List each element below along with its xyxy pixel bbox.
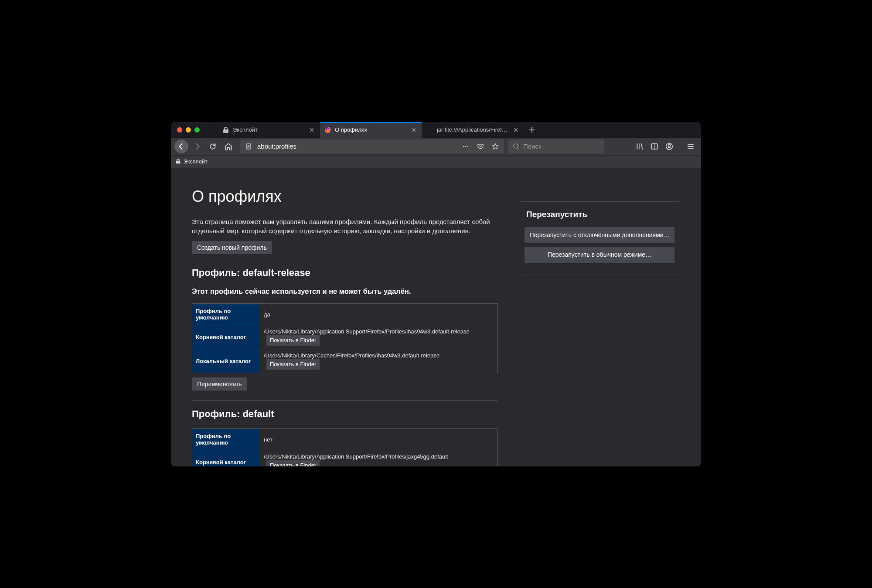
path-text: /Users/Nikita/Library/Application Suppor…: [264, 453, 448, 460]
tab-about-profiles[interactable]: О профилях: [320, 122, 422, 138]
close-tab-icon[interactable]: [512, 126, 519, 133]
row-label: Профиль по умолчанию: [192, 304, 260, 325]
path-text: /Users/Nikita/Library/Application Suppor…: [264, 328, 470, 335]
page-title: О профилях: [192, 187, 498, 206]
svg-point-2: [463, 146, 464, 147]
page-intro: Эта страница поможет вам управлять вашим…: [192, 217, 498, 236]
separator: [192, 400, 498, 401]
browser-window: Эксплойт О профилях jar:file:///Applicat…: [171, 122, 701, 466]
lock-icon: [222, 126, 229, 133]
table-row: Локальный каталог /Users/Nikita/Library/…: [192, 349, 498, 373]
row-value: /Users/Nikita/Library/Application Suppor…: [260, 450, 498, 466]
tab-bar: Эксплойт О профилях jar:file:///Applicat…: [171, 122, 701, 138]
table-row: Профиль по умолчанию да: [192, 304, 498, 325]
side-column: Перезапустить Перезапустить с отключённы…: [519, 201, 680, 275]
nav-toolbar: about:profiles Поиск: [171, 138, 701, 155]
blank-favicon: [426, 126, 433, 133]
home-button[interactable]: [221, 139, 235, 153]
account-icon[interactable]: [662, 139, 676, 153]
row-label: Профиль по умолчанию: [192, 429, 260, 450]
profile-in-use-text: Этот профиль сейчас используется и не мо…: [192, 287, 498, 296]
page-actions-icon[interactable]: [460, 140, 472, 153]
restart-normal-button[interactable]: Перезапустить в обычном режиме…: [525, 247, 674, 263]
svg-rect-6: [651, 143, 657, 149]
row-value: нет: [260, 429, 498, 450]
bookmarks-toolbar: Эксплойт: [171, 155, 701, 168]
show-in-finder-button[interactable]: Показать в Finder: [266, 335, 320, 346]
search-placeholder: Поиск: [523, 143, 542, 150]
profile-heading: Профиль: default: [192, 408, 498, 420]
restart-disabled-addons-button[interactable]: Перезапустить с отключёнными дополнениям…: [525, 227, 674, 244]
tab-exploit[interactable]: Эксплойт: [218, 122, 320, 138]
page-content: О профилях Эта страница поможет вам упра…: [171, 168, 701, 466]
back-button[interactable]: [174, 139, 188, 153]
minimize-window-button[interactable]: [186, 127, 191, 133]
toolbar-right: [633, 139, 698, 153]
close-tab-icon[interactable]: [308, 126, 315, 133]
library-icon[interactable]: [633, 139, 647, 153]
url-text: about:profiles: [257, 143, 457, 150]
row-label: Локальный каталог: [192, 349, 260, 373]
rename-button[interactable]: Переименовать: [192, 377, 247, 391]
search-icon: [513, 143, 520, 150]
pocket-icon[interactable]: [474, 140, 487, 153]
svg-point-5: [514, 144, 518, 148]
svg-point-4: [467, 146, 469, 147]
toolbar-divider: [680, 141, 680, 152]
path-text: /Users/Nikita/Library/Caches/Firefox/Pro…: [264, 352, 439, 359]
close-window-button[interactable]: [177, 127, 182, 133]
sidebar-icon[interactable]: [647, 139, 661, 153]
show-in-finder-button[interactable]: Показать в Finder: [266, 460, 320, 466]
url-bar[interactable]: about:profiles: [240, 139, 504, 153]
table-row: Корневой каталог /Users/Nikita/Library/A…: [192, 325, 498, 349]
show-in-finder-button[interactable]: Показать в Finder: [266, 359, 320, 370]
maximize-window-button[interactable]: [194, 127, 200, 133]
lock-icon: [175, 158, 181, 165]
window-controls: [171, 122, 218, 138]
create-profile-button[interactable]: Создать новый профиль: [192, 241, 272, 254]
row-label: Корневой каталог: [192, 450, 260, 466]
profile-table: Профиль по умолчанию да Корневой каталог…: [192, 303, 498, 373]
restart-title: Перезапустить: [525, 210, 674, 219]
hamburger-menu-icon[interactable]: [684, 139, 698, 153]
svg-point-8: [668, 144, 671, 146]
table-row: Корневой каталог /Users/Nikita/Library/A…: [192, 450, 498, 466]
firefox-icon: [324, 126, 331, 133]
identity-icon[interactable]: [242, 141, 255, 152]
main-column: О профилях Эта страница поможет вам упра…: [192, 187, 498, 466]
search-bar[interactable]: Поиск: [508, 139, 604, 153]
profile-table: Профиль по умолчанию нет Корневой катало…: [192, 428, 498, 466]
new-tab-button[interactable]: [524, 122, 540, 138]
tab-title: О профилях: [335, 126, 407, 133]
reload-button[interactable]: [206, 139, 220, 153]
restart-box: Перезапустить Перезапустить с отключённы…: [519, 201, 680, 275]
row-value: /Users/Nikita/Library/Caches/Firefox/Pro…: [260, 349, 498, 373]
table-row: Профиль по умолчанию нет: [192, 429, 498, 450]
row-label: Корневой каталог: [192, 325, 260, 349]
tab-title: Эксплойт: [233, 126, 305, 133]
close-tab-icon[interactable]: [410, 126, 417, 133]
bookmark-item[interactable]: Эксплойт: [184, 159, 208, 165]
row-value: да: [260, 304, 498, 325]
tab-jar-file[interactable]: jar:file:///Applications/Firefox.app/C…: [422, 122, 524, 138]
tab-title: jar:file:///Applications/Firefox.app/C…: [437, 126, 509, 133]
bookmark-star-icon[interactable]: [489, 140, 501, 153]
profile-heading: Профиль: default-release: [192, 267, 498, 279]
row-value: /Users/Nikita/Library/Application Suppor…: [260, 325, 498, 349]
svg-point-3: [465, 146, 467, 147]
forward-button[interactable]: [190, 139, 204, 153]
